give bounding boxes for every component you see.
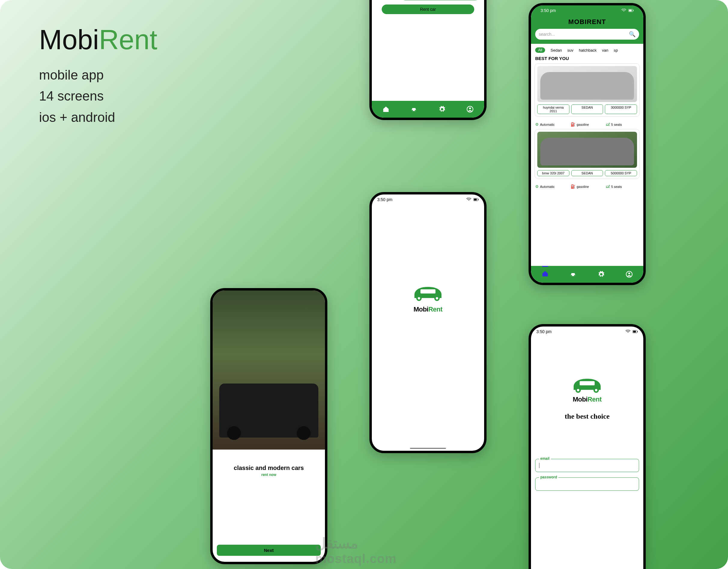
user-icon[interactable] bbox=[626, 271, 633, 278]
search-input[interactable]: search... 🔍 bbox=[535, 29, 639, 40]
phone-login: 3:50 pm MobiRent the best choice email bbox=[529, 324, 646, 569]
login-logo-text: MobiRent bbox=[531, 395, 643, 403]
badge-price: 3000000 SYP bbox=[605, 104, 637, 114]
filter-chip-sp[interactable]: sp bbox=[614, 48, 618, 53]
fuel-icon: ⛽ bbox=[571, 184, 575, 189]
user-icon[interactable] bbox=[466, 106, 474, 113]
svg-rect-16 bbox=[633, 331, 636, 332]
car-logo-icon bbox=[569, 373, 605, 394]
gear-shift-icon: ⚙ bbox=[535, 122, 539, 127]
svg-rect-9 bbox=[478, 199, 479, 201]
svg-rect-4 bbox=[633, 10, 634, 11]
promo-title-block: MobiRent mobile app 14 screens ios + and… bbox=[39, 24, 157, 128]
filter-chip-van[interactable]: van bbox=[602, 48, 608, 53]
battery-icon bbox=[628, 9, 634, 12]
badge-name: bmw 320i 2007 bbox=[537, 170, 569, 176]
badge-name: huyndai verna 2011 bbox=[537, 104, 569, 114]
bottom-nav bbox=[531, 266, 643, 283]
phone-detail: : 190KM/H : 50000 km : 3000000 ★ 4 Car bbox=[369, 0, 487, 120]
next-button[interactable]: Next bbox=[217, 545, 321, 556]
svg-rect-8 bbox=[474, 199, 477, 201]
filter-chip-suv[interactable]: suv bbox=[567, 48, 573, 53]
svg-rect-18 bbox=[580, 381, 595, 385]
section-title: BEST FOR YOU bbox=[531, 55, 643, 63]
badge-price: 5000000 SYP bbox=[605, 170, 637, 176]
home-icon[interactable] bbox=[382, 106, 390, 113]
login-tagline: the best choice bbox=[531, 412, 643, 420]
wifi-icon bbox=[466, 198, 472, 201]
subtitle-2: 14 screens bbox=[39, 86, 157, 107]
filter-chip-hatchback[interactable]: hatchback bbox=[579, 48, 596, 53]
splash-logo-text: MobiRent bbox=[410, 305, 446, 313]
svg-point-13 bbox=[418, 297, 420, 299]
brand-title: MOBIRENT bbox=[535, 16, 639, 29]
svg-rect-3 bbox=[629, 10, 632, 11]
phone-onboarding: classic and modern cars rent now Next bbox=[210, 288, 327, 564]
car-image bbox=[537, 66, 637, 102]
wifi-icon bbox=[621, 9, 626, 12]
battery-icon bbox=[473, 198, 479, 201]
badge-type: SEDAN bbox=[571, 170, 603, 176]
watermark: مستقل mostaql.com bbox=[315, 535, 396, 566]
svg-point-6 bbox=[628, 273, 630, 274]
rent-car-button[interactable]: Rent car bbox=[382, 5, 474, 14]
text-cursor bbox=[539, 463, 539, 468]
onboarding-title: classic and modern cars bbox=[213, 465, 325, 471]
password-field[interactable]: password bbox=[535, 477, 639, 491]
onboarding-sub: rent now bbox=[213, 473, 325, 477]
svg-rect-17 bbox=[637, 331, 638, 332]
status-bar: 3:50 pm bbox=[372, 195, 484, 205]
battery-icon bbox=[632, 330, 638, 333]
car-card[interactable]: huyndai verna 2011 SEDAN 3000000 SYP bbox=[535, 63, 640, 117]
seat-icon: 🛋 bbox=[606, 184, 610, 189]
car-card[interactable]: bmw 320i 2007 SEDAN 5000000 SYP bbox=[535, 129, 640, 179]
app-title: MobiRent bbox=[39, 24, 157, 56]
gear-shift-icon: ⚙ bbox=[535, 184, 539, 189]
email-field[interactable]: email bbox=[535, 459, 639, 472]
subtitle-3: ios + android bbox=[39, 107, 157, 128]
subtitle-1: mobile app bbox=[39, 65, 157, 86]
feat-row: ⚙Automatic ⛽gasoline 🛋5 seats bbox=[531, 182, 643, 191]
gear-icon[interactable] bbox=[438, 106, 446, 113]
seat-icon: 🛋 bbox=[606, 122, 610, 127]
status-bar: 3:50 pm bbox=[531, 326, 643, 337]
filter-tabs: All Sedan suv hatchback van sp bbox=[531, 44, 643, 55]
car-icon[interactable] bbox=[569, 271, 577, 278]
phone-listing: 3:50 pm MOBIRENT search... 🔍 All Sedan s… bbox=[529, 3, 646, 285]
car-image bbox=[537, 132, 637, 168]
badge-type: SEDAN bbox=[571, 104, 603, 114]
svg-point-14 bbox=[436, 297, 438, 299]
home-indicator bbox=[410, 448, 446, 449]
search-icon[interactable]: 🔍 bbox=[629, 31, 635, 38]
location-field[interactable]: mazzeh map bbox=[401, 0, 479, 0]
svg-point-21 bbox=[577, 389, 579, 391]
bottom-nav bbox=[372, 101, 484, 118]
onboarding-image bbox=[213, 290, 325, 449]
gear-icon[interactable] bbox=[598, 271, 605, 278]
car-logo-icon bbox=[410, 281, 446, 302]
svg-point-22 bbox=[595, 389, 597, 391]
status-bar: 3:50 pm bbox=[535, 5, 639, 16]
phone-splash: 3:50 pm MobiRent bbox=[369, 192, 487, 453]
filter-chip-sedan[interactable]: Sedan bbox=[551, 48, 562, 53]
feat-row: ⚙Automatic ⛽gasoline 🛋5 seats bbox=[531, 120, 643, 129]
svg-rect-10 bbox=[420, 289, 435, 293]
wifi-icon bbox=[625, 330, 631, 333]
car-icon[interactable] bbox=[410, 106, 417, 113]
svg-point-1 bbox=[469, 108, 471, 109]
home-icon[interactable] bbox=[541, 270, 549, 277]
fuel-icon: ⛽ bbox=[571, 122, 575, 127]
filter-chip-all[interactable]: All bbox=[535, 47, 545, 53]
